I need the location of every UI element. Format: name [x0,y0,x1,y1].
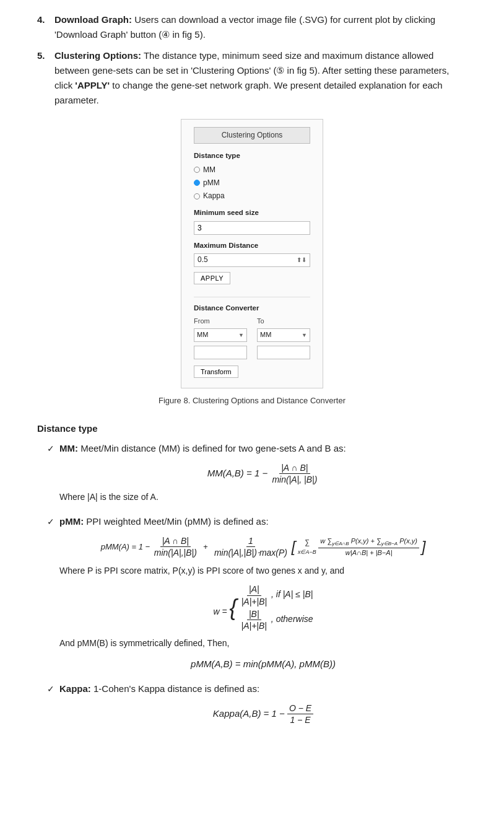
max-dist-spinner: 0.5 ⬆⬇ [194,253,310,267]
piecewise-w: { |A| |A|+|B| , if |A| ≤ |B| |B| [230,584,313,631]
kappa-text: 1-Cohen's Kappa distance is defined as: [91,683,259,694]
radio-pmm-label: pMM [203,177,220,189]
kappa-formula-math: Kappa(A,B) = 1 − O − E 1 − E [213,703,313,725]
item-5-text3: to change the gene-set network graph. We… [54,80,443,105]
from-label: From [194,316,247,327]
converter-input-from[interactable] [194,346,247,359]
mm-content: MM: Meet/Min distance (MM) is defined fo… [59,441,467,509]
item-4-content: Download Graph: Users can download a vec… [54,12,467,42]
mm-where: Where |A| is the size of A. [59,490,467,504]
kappa-item: ✓ Kappa: 1-Cohen's Kappa distance is def… [47,681,467,730]
mm-formula: MM(A,B) = 1 − |A ∩ B| min(|A|, |B|) [59,462,467,485]
to-arrow-icon: ▼ [302,331,307,339]
from-arrow-icon: ▼ [238,331,244,339]
item-5-label: Clustering Options: [54,50,141,61]
pmm-formula1-math: pMM(A) = 1 − |A ∩ B| min(|A|,|B|) + 1 mi… [101,535,426,559]
pmm-formula2: pMM(A,B) = min(pMM(A), pMM(B)) [59,657,467,672]
pmm-formula2-math: pMM(A,B) = min(pMM(A), pMM(B)) [191,657,336,672]
radio-mm-circle [194,167,200,173]
pmm-label: pMM: [59,516,84,527]
converter-from-col: From MM ▼ [194,316,247,342]
from-select[interactable]: MM ▼ [194,328,247,342]
pmm-frac1: |A ∩ B| min(|A|,|B|) [152,535,199,558]
from-value: MM [197,330,208,341]
mm-label: MM: [59,443,78,453]
kappa-label: Kappa: [59,683,91,694]
converter-input-to-col [257,346,310,359]
figure-caption: Figure 8. Clustering Options and Distanc… [159,395,345,408]
radio-kappa-circle [194,193,200,199]
transform-button[interactable]: Transform [194,366,238,378]
pmm-formula1: pMM(A) = 1 − |A ∩ B| min(|A|,|B|) + 1 mi… [59,535,467,559]
item-4-num: 4. [37,12,54,42]
distance-type-heading: Distance type [37,421,467,436]
item-4: 4. Download Graph: Users can download a … [37,12,467,42]
radio-group: MM pMM Kappa [194,164,310,203]
item-5-circled: ⑤ [276,65,284,76]
divider [194,297,310,297]
min-seed-input[interactable] [194,221,310,235]
radio-mm-label: MM [203,164,215,176]
to-label: To [257,316,310,327]
item-5: 5. Clustering Options: The distance type… [37,48,467,108]
mm-check-icon: ✓ [47,442,54,455]
to-select[interactable]: MM ▼ [257,328,310,342]
kappa-content: Kappa: 1-Cohen's Kappa distance is defin… [59,681,467,730]
radio-pmm-circle [194,180,200,186]
spinner-arrows[interactable]: ⬆⬇ [297,255,306,265]
case-2: |B| |A|+|B| , otherwise [240,608,313,631]
mm-text: Meet/Min distance (MM) is defined for tw… [78,443,346,453]
pmm-text: PPI weighted Meet/Min (pMM) is defined a… [84,516,268,527]
apply-button[interactable]: APPLY [194,272,230,284]
item-4-text2: in fig 5). [170,29,206,40]
radio-mm[interactable]: MM [194,164,310,176]
kappa-frac: O − E 1 − E [287,703,313,725]
pmm-frac2: 1 min(|A|,|B|)⋅max(P) [212,535,289,558]
kappa-check-icon: ✓ [47,682,54,696]
converter-input-to[interactable] [257,346,310,359]
converter-section: Distance Converter From MM ▼ To MM ▼ [194,302,310,378]
kappa-formula: Kappa(A,B) = 1 − O − E 1 − E [59,703,467,725]
mm-formula-math: MM(A,B) = 1 − |A ∩ B| min(|A|, |B|) [207,462,319,485]
converter-from-to-row: From MM ▼ To MM ▼ [194,316,310,342]
converter-to-col: To MM ▼ [257,316,310,342]
max-dist-value: 0.5 [198,254,208,266]
converter-label: Distance Converter [194,302,310,313]
pmm-check-icon: ✓ [47,515,54,528]
piecewise-brace: { [230,597,237,619]
pmm-where: Where P is PPI score matrix, P(x,y) is P… [59,564,467,577]
radio-kappa-label: Kappa [203,190,225,202]
radio-kappa[interactable]: Kappa [194,190,310,202]
radio-pmm[interactable]: pMM [194,177,310,189]
item-4-label: Download Graph: [54,14,132,25]
converter-input-from-col [194,346,247,359]
w-formula-math: w = { |A| |A|+|B| , if |A| ≤ |B| [213,584,313,631]
pmm-content: pMM: PPI weighted Meet/Min (pMM) is defi… [59,514,467,677]
item-5-content: Clustering Options: The distance type, m… [54,48,467,108]
item-5-apply: 'APPLY' [75,80,110,90]
mm-item: ✓ MM: Meet/Min distance (MM) is defined … [47,441,467,509]
case-1: |A| |A|+|B| , if |A| ≤ |B| [240,584,313,606]
pmm-item: ✓ pMM: PPI weighted Meet/Min (pMM) is de… [47,514,467,677]
w-formula: w = { |A| |A|+|B| , if |A| ≤ |B| [59,584,467,631]
mm-frac: |A ∩ B| min(|A|, |B|) [270,462,319,485]
pmm-then: And pMM(B) is symmetrically defined, The… [59,636,467,650]
panel-box: Clustering Options Distance type MM pMM … [181,119,323,388]
item-4-circled: ④ [162,29,170,40]
item-5-num: 5. [37,48,54,108]
pmm-frac3: w ∑y∈A∩B P(x,y) + ∑y∈B−A P(x,y) w|A∩B| +… [318,536,419,557]
min-seed-label: Minimum seed size [194,207,310,218]
figure-container: Clustering Options Distance type MM pMM … [37,119,467,408]
to-value: MM [260,330,271,341]
converter-input-row [194,346,310,359]
distance-type-label: Distance type [194,150,310,161]
panel-title: Clustering Options [194,127,310,144]
max-dist-label: Maximum Distance [194,240,310,251]
piecewise-cases: |A| |A|+|B| , if |A| ≤ |B| |B| |A|+|B| ,… [240,584,313,631]
